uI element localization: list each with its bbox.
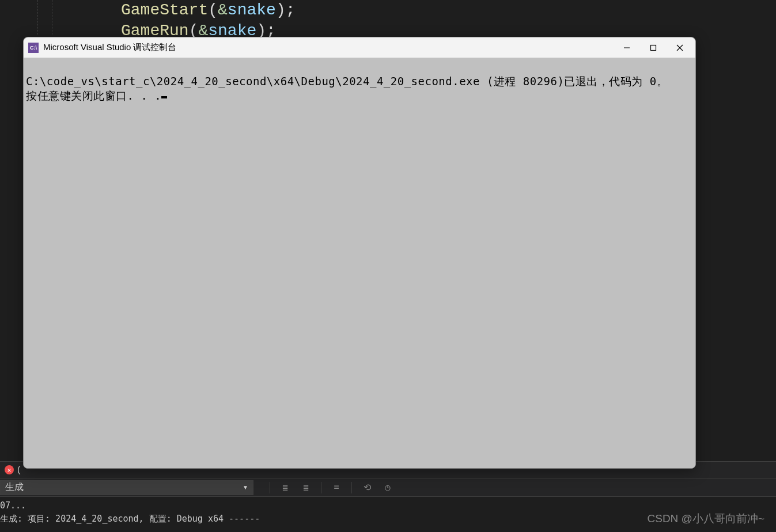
separator — [321, 482, 321, 493]
close-button[interactable] — [667, 39, 693, 57]
output-line: 07... — [0, 499, 776, 512]
output-toolbar: 生成 ▼ ≣ ≣ ≡ ⟲ ◷ — [0, 478, 776, 497]
chevron-down-icon: ▼ — [243, 484, 248, 491]
word-wrap-icon[interactable]: ≡ — [331, 482, 342, 493]
window-controls — [614, 39, 693, 57]
minimize-button[interactable] — [614, 39, 640, 57]
cursor — [161, 96, 167, 98]
svg-rect-1 — [651, 45, 656, 50]
minimize-icon — [623, 44, 630, 51]
window-titlebar[interactable]: C:\ Microsoft Visual Studio 调试控制台 — [24, 37, 695, 58]
indent-right-icon[interactable]: ≣ — [300, 482, 312, 493]
clear-icon[interactable]: ⟲ — [361, 482, 373, 493]
error-count-text: ( — [17, 465, 20, 475]
output-source-dropdown[interactable]: 生成 ▼ — [0, 480, 253, 495]
console-output[interactable]: C:\code_vs\start_c\2024_4_20_second\x64\… — [24, 58, 695, 468]
window-title: Microsoft Visual Studio 调试控制台 — [43, 42, 614, 53]
separator — [270, 482, 270, 493]
console-line: 按任意键关闭此窗口. . . — [26, 89, 693, 103]
output-toolbar-icons: ≣ ≣ ≡ ⟲ ◷ — [270, 482, 393, 493]
app-icon: C:\ — [28, 43, 39, 53]
error-icon[interactable]: ✕ — [5, 465, 14, 474]
close-icon — [676, 44, 683, 51]
indent-left-icon[interactable]: ≣ — [279, 482, 291, 493]
parameter: snake — [228, 1, 276, 19]
maximize-icon — [650, 44, 657, 51]
maximize-button[interactable] — [640, 39, 667, 57]
code-area[interactable]: GameStart(&snake); GameRun(&snake); — [35, 0, 296, 42]
watermark: CSDN @小八哥向前冲~ — [648, 511, 765, 526]
separator — [351, 482, 352, 493]
dropdown-label: 生成 — [5, 481, 24, 493]
debug-console-window: C:\ Microsoft Visual Studio 调试控制台 C:\cod… — [23, 37, 696, 469]
code-line: GameStart(&snake); — [121, 0, 296, 21]
history-icon[interactable]: ◷ — [382, 482, 393, 493]
console-line: C:\code_vs\start_c\2024_4_20_second\x64\… — [26, 74, 693, 89]
function-name: GameStart — [121, 1, 208, 19]
